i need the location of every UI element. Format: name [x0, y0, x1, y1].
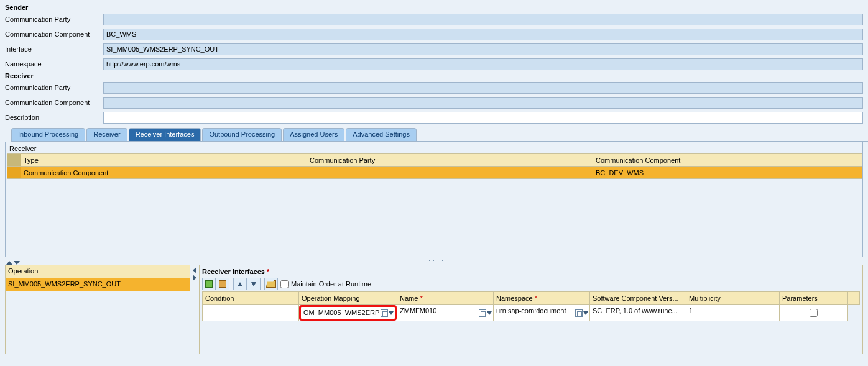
cell-swcv[interactable]: SC_ERP, 1.0 of www.rune... — [590, 305, 686, 321]
col-name[interactable]: Name * — [397, 292, 494, 305]
cell-component[interactable]: BC_DEV_WMS — [593, 167, 862, 179]
dropdown-icon[interactable] — [389, 311, 394, 315]
col-party[interactable]: Communication Party — [307, 154, 593, 167]
maintain-order-checkbox[interactable] — [280, 280, 289, 288]
tab-outbound-processing[interactable]: Outbound Processing — [202, 128, 282, 141]
ri-row[interactable]: OM_MM005_WMS2ERP ZMMFM010 — [203, 305, 860, 321]
chevron-down-icon — [251, 282, 256, 286]
delete-row-button[interactable] — [216, 278, 229, 290]
chevron-up-icon — [238, 282, 242, 286]
receiver-table: Type Communication Party Communication C… — [7, 153, 862, 179]
operation-panel: Operation SI_MM005_WMS2ERP_SYNC_OUT — [5, 265, 190, 354]
value-help-icon[interactable] — [479, 309, 486, 317]
value-help-icon[interactable] — [575, 309, 583, 317]
move-down-button[interactable] — [247, 278, 261, 290]
receiver-table-corner[interactable] — [7, 154, 21, 167]
value-help-icon[interactable] — [381, 309, 388, 317]
sender-namespace-label: Namespace — [5, 60, 103, 68]
sender-party-label: Communication Party — [5, 16, 103, 23]
insert-row-button[interactable] — [202, 278, 216, 290]
cell-condition[interactable] — [203, 305, 299, 321]
tab-advanced-settings[interactable]: Advanced Settings — [346, 128, 417, 141]
dropdown-icon[interactable] — [487, 311, 492, 315]
tab-receiver[interactable]: Receiver — [86, 128, 127, 141]
sender-party-input[interactable] — [103, 14, 863, 25]
ri-toolbar: Maintain Order at Runtime — [202, 278, 860, 290]
receiver-party-label: Communication Party — [5, 84, 103, 91]
tab-assigned-users[interactable]: Assigned Users — [283, 128, 344, 141]
receiver-table-title: Receiver — [7, 144, 862, 153]
receiver-header: Receiver — [5, 72, 863, 80]
vertical-splitter[interactable] — [190, 265, 199, 354]
insert-icon — [205, 280, 213, 288]
col-type[interactable]: Type — [21, 154, 307, 167]
receiver-interfaces-table: Condition Operation Mapping Name * Names… — [202, 291, 860, 321]
cell-party[interactable] — [307, 167, 593, 179]
col-parameters[interactable]: Parameters — [780, 292, 848, 305]
cell-multiplicity[interactable]: 1 — [686, 305, 780, 321]
sender-interface-input[interactable] — [103, 43, 863, 55]
col-operation-mapping[interactable]: Operation Mapping — [299, 292, 397, 305]
col-swcv[interactable]: Software Component Vers... — [590, 292, 686, 305]
receiver-component-input[interactable] — [103, 97, 863, 109]
cell-type[interactable]: Communication Component — [21, 167, 307, 179]
tabstrip: Inbound Processing Receiver Receiver Int… — [11, 128, 868, 142]
row-selector[interactable] — [7, 167, 21, 179]
operation-header[interactable]: Operation — [6, 265, 190, 278]
tab-receiver-interfaces[interactable]: Receiver Interfaces — [129, 128, 201, 141]
folder-open-icon — [266, 280, 276, 288]
description-label: Description — [5, 114, 103, 121]
operation-row[interactable]: SI_MM005_WMS2ERP_SYNC_OUT — [6, 278, 190, 291]
parameters-checkbox[interactable] — [810, 309, 818, 317]
col-multiplicity[interactable]: Multiplicity — [686, 292, 780, 305]
tab-inbound-processing[interactable]: Inbound Processing — [11, 128, 85, 141]
col-component[interactable]: Communication Component — [593, 154, 862, 167]
sender-component-input[interactable] — [103, 29, 863, 40]
cell-namespace[interactable]: urn:sap-com:document — [494, 305, 590, 321]
col-namespace[interactable]: Namespace * — [494, 292, 590, 305]
cell-name[interactable]: ZMMFM010 — [397, 305, 494, 321]
receiver-component-label: Communication Component — [5, 99, 103, 106]
maintain-order-label: Maintain Order at Runtime — [291, 280, 371, 288]
dropdown-icon[interactable] — [583, 311, 588, 315]
cell-operation-mapping[interactable]: OM_MM005_WMS2ERP — [299, 305, 397, 321]
col-spacer — [848, 292, 860, 305]
receiver-party-input[interactable] — [103, 82, 863, 94]
sender-namespace-input[interactable] — [103, 58, 863, 70]
delete-icon — [219, 280, 226, 288]
receiver-row-selected[interactable]: Communication Component BC_DEV_WMS — [7, 167, 862, 179]
sender-header: Sender — [5, 4, 863, 11]
open-button[interactable] — [264, 278, 278, 290]
cell-spacer — [848, 305, 860, 321]
receiver-interfaces-title: Receiver Interfaces * — [202, 268, 860, 275]
cell-parameters[interactable] — [780, 305, 848, 321]
description-input[interactable] — [103, 112, 863, 124]
col-condition[interactable]: Condition — [203, 292, 299, 305]
move-up-button[interactable] — [233, 278, 247, 290]
sender-interface-label: Interface — [5, 45, 103, 53]
sender-component-label: Communication Component — [5, 30, 103, 38]
